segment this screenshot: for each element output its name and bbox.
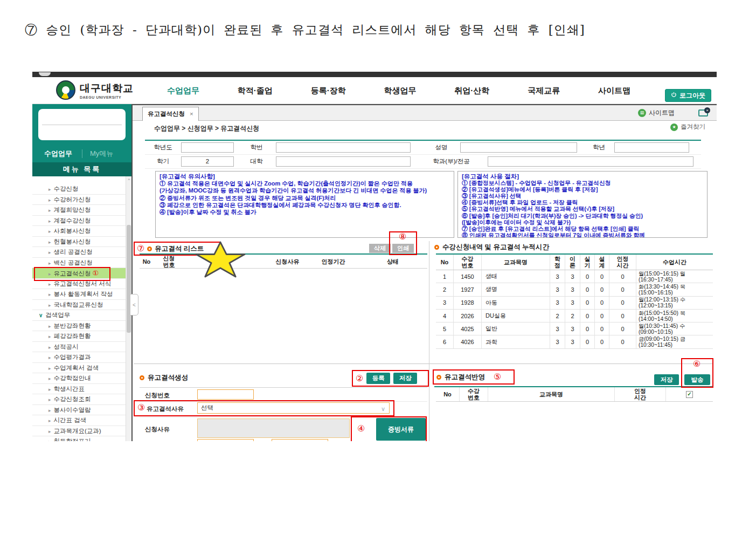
sidebar-menu-item[interactable]: 봉사 활동계획서 작성: [32, 289, 131, 300]
sidebar-menu-item[interactable]: 백신 공결신청: [32, 258, 131, 269]
print-button[interactable]: 인쇄: [392, 244, 414, 253]
university-name: 대구대학교: [80, 81, 134, 95]
name-label: 성명: [422, 143, 460, 152]
sidebar-menu-item[interactable]: 계절희망신청: [32, 205, 131, 216]
nav-item[interactable]: 취업·산학: [454, 86, 489, 96]
arrow-icon: [48, 417, 54, 423]
sidebar-menu-item[interactable]: 사회봉사신청: [32, 226, 131, 237]
enrollment-row: 5 4025 일반 3 3 0 0 0 월(10:30~11:45) 수(09:…: [436, 323, 713, 335]
delete-button[interactable]: 삭제: [369, 244, 391, 253]
year-input[interactable]: [181, 142, 234, 153]
apply-section-title: 유고결석반영: [445, 373, 485, 382]
sidebar-tabs: 수업업무 My메뉴: [32, 146, 131, 162]
save-button[interactable]: 저장: [393, 373, 417, 384]
notice-line: (가상강좌, MOOC강좌 등 원격수업과 학습기간이 유고결석 허용기간보다 …: [159, 187, 450, 194]
arrow-icon: [48, 207, 54, 213]
detail-reason-textarea[interactable]: [197, 419, 350, 438]
sidebar-menu-item[interactable]: 유고결석신청서 서식: [32, 279, 131, 290]
sidebar-menu-item[interactable]: 국내학점교류신청: [32, 300, 131, 311]
semester-input[interactable]: 2: [181, 156, 234, 167]
select-all-checkbox[interactable]: ✓: [686, 391, 693, 398]
sidebar-menu-item[interactable]: 헌혈봉사신청: [32, 237, 131, 248]
sidebar-menu-item[interactable]: 수강허가신청: [32, 195, 131, 205]
sidebar-collapse-handle[interactable]: <: [130, 294, 138, 315]
major-input[interactable]: [488, 156, 693, 167]
col-period: 인정기간: [308, 255, 358, 268]
nav-item[interactable]: 사이트맵: [598, 86, 630, 96]
sidebar-menu-item[interactable]: 성적공시: [32, 342, 131, 353]
close-window-icon[interactable]: [698, 109, 708, 116]
section-bullet-icon: [140, 375, 144, 380]
row-divider: [140, 387, 427, 388]
studentno-label: 학번: [237, 143, 276, 152]
create-section-title: 유고결석생성: [140, 373, 188, 382]
tab-close-icon[interactable]: ×: [190, 111, 193, 117]
sidebar-menu-item[interactable]: 수강신청조회: [32, 394, 131, 405]
nav-item[interactable]: 등록·장학: [311, 86, 346, 96]
col-reason: 신청사유: [267, 255, 308, 268]
absence-reason-select[interactable]: 선택: [197, 402, 390, 414]
sidebar-menu-item[interactable]: 수업계획서 검색: [32, 363, 131, 374]
login-info-panel: [38, 109, 126, 140]
arrow-icon: [48, 323, 54, 329]
annotation-badge-3: ③: [137, 403, 145, 412]
notice-title: [유고결석 사용 절차]: [462, 173, 703, 180]
sidebar-menu-item[interactable]: 봉사이수열람: [32, 405, 131, 416]
sidebar-menu-item[interactable]: 폐강강좌현황: [32, 331, 131, 342]
notice-line: ② 증빙서류가 위조 또는 변조된 것일 경우 해당 교과목 실격(F)처리: [159, 195, 450, 202]
sidebar-menu-item[interactable]: 수강학점안내: [32, 373, 131, 384]
sidebar-menu-item[interactable]: 유고결석신청①: [32, 268, 131, 279]
breadcrumb: 수업업무 > 신청업무 > 유고결석신청: [154, 124, 259, 133]
sitemap-link[interactable]: 사이트맵: [638, 108, 675, 118]
app-header: 대구대학교 DAEGU UNIVERSITY 수업업무 학적·졸업 등록·장학 …: [32, 77, 717, 104]
arrow-icon: [48, 344, 54, 350]
sidebar-tab-main[interactable]: 수업업무: [44, 149, 72, 159]
sidebar-menu-item[interactable]: 계절수강신청: [32, 216, 131, 227]
sidebar-menu-item[interactable]: 취득학점포기: [32, 436, 131, 441]
period-tilde: ~: [261, 440, 264, 441]
sidebar-menu-item[interactable]: 수업평가결과: [32, 352, 131, 363]
col-code: 수강 번호: [460, 387, 488, 401]
sidebar-tab-mymenu[interactable]: My메뉴: [90, 149, 113, 159]
sidebar-menu-item[interactable]: 생리 공결신청: [32, 247, 131, 258]
page: ⑦ 승인 (학과장 - 단과대학)이 완료된 후 유고결석 리스트에서 해당 항…: [0, 0, 756, 535]
sidebar-menu-item[interactable]: 검색업무: [32, 310, 131, 321]
enrollment-row: 6 4026 과학 3 3 0 0 0 금(09:00~10:15) 금(10:…: [436, 335, 713, 348]
period-start-input[interactable]: [197, 439, 254, 441]
enrollment-table: No 수강 번호 교과목명 학 점 이 론 실 기 설 계 인정 시간 수업시간…: [436, 253, 713, 349]
sidebar-menu-item[interactable]: 수강신청: [32, 184, 131, 195]
college-input[interactable]: [276, 156, 411, 167]
enrollment-row: 3 1928 아동 3 3 0 0 0 월(12:00~13:15) 수(12:…: [436, 297, 713, 310]
arrow-icon: [48, 375, 54, 381]
annotation-badge-2: ②: [356, 374, 363, 383]
period-end-input[interactable]: [272, 439, 328, 441]
sidebar-menu-item[interactable]: 시간표 검색: [32, 415, 131, 426]
nav-item[interactable]: 수업업무: [167, 86, 199, 96]
nav-item[interactable]: 학생업무: [384, 86, 416, 96]
arrow-icon: [48, 217, 54, 224]
send-button[interactable]: 발송: [684, 374, 710, 385]
favorite-button[interactable]: 즐겨찾기: [670, 123, 705, 131]
sidebar-menu-item[interactable]: 학생시간표: [32, 384, 131, 395]
grade-input[interactable]: [614, 142, 689, 153]
scrollbar-thumb[interactable]: [127, 225, 131, 333]
evidence-button[interactable]: 증빙서류: [376, 418, 426, 441]
window-notch: [39, 72, 51, 76]
logout-button[interactable]: 로그아웃: [665, 89, 711, 102]
nav-item[interactable]: 학적·졸업: [238, 86, 273, 96]
register-button[interactable]: 등록: [366, 373, 390, 384]
tab-absence-application[interactable]: 유고결석신청×: [142, 107, 199, 121]
name-input[interactable]: [460, 142, 577, 153]
vertical-divider: [429, 241, 429, 441]
sidebar-menu: 수강신청 수강허가신청 계절희망신청 계절수강신청 사회: [32, 176, 131, 441]
appno-input[interactable]: [197, 389, 254, 400]
enrollment-row: 1 1450 생태 3 3 0 0 0 월(15:00~16:15) 월(16:…: [436, 270, 713, 283]
studentno-input[interactable]: [276, 142, 411, 153]
menu-list-title: 메뉴 목록: [32, 162, 131, 176]
absence-list-header: No 신청 번호 신청사유 인정기간 상태: [140, 255, 427, 269]
apply-save-button[interactable]: 저장: [654, 374, 679, 385]
annotation-badge-7: ⑦: [137, 244, 144, 253]
sidebar-menu-item[interactable]: 교과목개요(교과): [32, 426, 131, 437]
sidebar-menu-item[interactable]: 분반강좌현황: [32, 321, 131, 332]
nav-item[interactable]: 국제교류: [528, 86, 560, 96]
